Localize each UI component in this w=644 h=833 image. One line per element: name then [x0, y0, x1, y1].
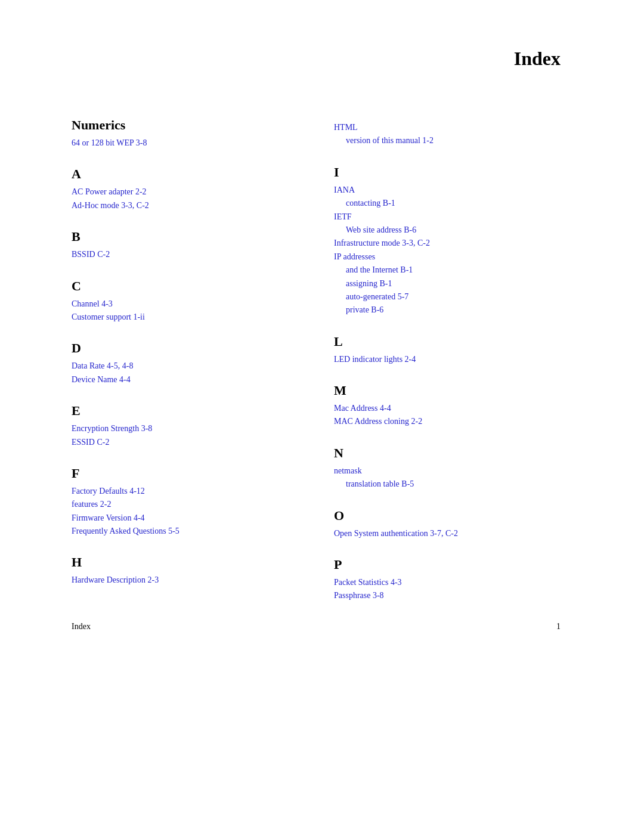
link-essid[interactable]: ESSID C-2	[72, 436, 298, 449]
section-e: E Encryption Strength 3-8 ESSID C-2	[72, 403, 298, 449]
section-numerics: Numerics 64 or 128 bit WEP 3-8	[72, 117, 298, 150]
link-firmware-version[interactable]: Firmware Version 4-4	[72, 512, 298, 525]
link-ip-private[interactable]: private B-6	[334, 304, 584, 317]
link-customer-support[interactable]: Customer support 1-ii	[72, 311, 298, 324]
link-factory-defaults[interactable]: Factory Defaults 4-12	[72, 485, 298, 498]
right-column: HTML version of this manual 1-2 I IANA c…	[334, 117, 584, 620]
section-header-d: D	[72, 340, 298, 356]
link-hardware-description[interactable]: Hardware Description 2-3	[72, 574, 298, 587]
section-o: O Open System authentication 3-7, C-2	[334, 508, 584, 540]
section-header-f: F	[72, 466, 298, 481]
section-header-e: E	[72, 403, 298, 419]
section-html: HTML version of this manual 1-2	[334, 121, 584, 148]
link-packet-statistics[interactable]: Packet Statistics 4-3	[334, 576, 584, 589]
footer: Index 1	[72, 622, 561, 631]
link-netmask[interactable]: netmask	[334, 465, 584, 478]
link-iana[interactable]: IANA	[334, 184, 584, 197]
link-ac-power[interactable]: AC Power adapter 2-2	[72, 185, 298, 199]
link-wep[interactable]: 64 or 128 bit WEP 3-8	[72, 137, 298, 150]
link-ip-internet[interactable]: and the Internet B-1	[334, 264, 584, 277]
link-data-rate[interactable]: Data Rate 4-5, 4-8	[72, 360, 298, 373]
section-header-a: A	[72, 166, 298, 182]
section-h: H Hardware Description 2-3	[72, 555, 298, 587]
link-faq[interactable]: Frequently Asked Questions 5-5	[72, 525, 298, 538]
page-title: Index	[72, 48, 584, 70]
section-c: C Channel 4-3 Customer support 1-ii	[72, 278, 298, 324]
section-f: F Factory Defaults 4-12 features 2-2 Fir…	[72, 466, 298, 538]
footer-label: Index	[72, 622, 91, 631]
link-ietf-web[interactable]: Web site address B-6	[334, 224, 584, 237]
section-header-n: N	[334, 445, 584, 461]
section-header-i: I	[334, 165, 584, 180]
link-mac-address-cloning[interactable]: MAC Address cloning 2-2	[334, 415, 584, 428]
section-header-m: M	[334, 383, 584, 398]
link-passphrase[interactable]: Passphrase 3-8	[334, 589, 584, 602]
section-header-numerics: Numerics	[72, 117, 298, 133]
section-header-c: C	[72, 278, 298, 294]
link-ip-assigning[interactable]: assigning B-1	[334, 277, 584, 290]
link-channel[interactable]: Channel 4-3	[72, 298, 298, 311]
link-bssid[interactable]: BSSID C-2	[72, 248, 298, 261]
section-header-l: L	[334, 334, 584, 349]
link-device-name[interactable]: Device Name 4-4	[72, 373, 298, 386]
section-header-p: P	[334, 557, 584, 572]
link-html[interactable]: HTML	[334, 121, 584, 134]
section-header-o: O	[334, 508, 584, 524]
section-d: D Data Rate 4-5, 4-8 Device Name 4-4	[72, 340, 298, 386]
link-iana-contacting[interactable]: contacting B-1	[334, 197, 584, 210]
link-open-system-auth[interactable]: Open System authentication 3-7, C-2	[334, 527, 584, 540]
section-i: I IANA contacting B-1 IETF Web site addr…	[334, 165, 584, 317]
section-n: N netmask translation table B-5	[334, 445, 584, 491]
page: Index Numerics 64 or 128 bit WEP 3-8 A A…	[0, 0, 644, 667]
link-netmask-table[interactable]: translation table B-5	[334, 478, 584, 491]
link-adhoc[interactable]: Ad-Hoc mode 3-3, C-2	[72, 199, 298, 212]
link-ip-autogenerated[interactable]: auto-generated 5-7	[334, 290, 584, 304]
link-mac-address[interactable]: Mac Address 4-4	[334, 402, 584, 415]
footer-page-number: 1	[556, 622, 561, 631]
section-b: B BSSID C-2	[72, 229, 298, 261]
section-l: L LED indicator lights 2-4	[334, 334, 584, 366]
left-column: Numerics 64 or 128 bit WEP 3-8 A AC Powe…	[72, 117, 298, 620]
index-content: Numerics 64 or 128 bit WEP 3-8 A AC Powe…	[72, 117, 584, 620]
section-header-b: B	[72, 229, 298, 244]
link-infrastructure-mode[interactable]: Infrastructure mode 3-3, C-2	[334, 237, 584, 250]
link-led-indicator[interactable]: LED indicator lights 2-4	[334, 353, 584, 366]
link-encryption-strength[interactable]: Encryption Strength 3-8	[72, 422, 298, 435]
link-ietf[interactable]: IETF	[334, 210, 584, 224]
link-ip-addresses[interactable]: IP addresses	[334, 250, 584, 264]
section-a: A AC Power adapter 2-2 Ad-Hoc mode 3-3, …	[72, 166, 298, 212]
link-features[interactable]: features 2-2	[72, 498, 298, 511]
section-p: P Packet Statistics 4-3 Passphrase 3-8	[334, 557, 584, 603]
link-html-version[interactable]: version of this manual 1-2	[334, 134, 584, 147]
section-m: M Mac Address 4-4 MAC Address cloning 2-…	[334, 383, 584, 429]
section-header-h: H	[72, 555, 298, 570]
